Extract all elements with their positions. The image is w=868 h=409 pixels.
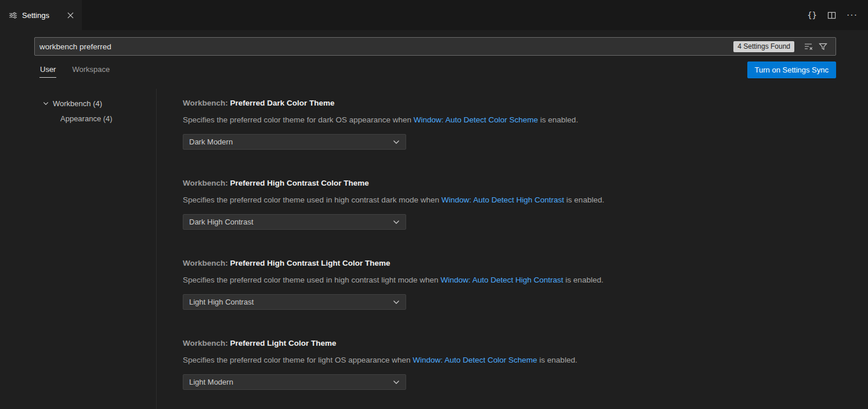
select-value: Light Modern <box>189 378 233 386</box>
settings-list: Workbench: Preferred Dark Color Theme Sp… <box>157 89 868 409</box>
preferred-high-contrast-light-color-theme-select[interactable]: Light High Contrast <box>183 294 406 310</box>
settings-search-input[interactable] <box>35 38 733 55</box>
preferred-high-contrast-color-theme-select[interactable]: Dark High Contrast <box>183 214 406 230</box>
setting-name: Preferred High Contrast Light Color Them… <box>230 259 390 267</box>
setting-name: Preferred High Contrast Color Theme <box>230 179 369 187</box>
setting-name: Preferred Light Color Theme <box>230 339 337 348</box>
setting-description-text: is enabled. <box>563 276 603 284</box>
setting-row: Workbench: Preferred High Contrast Color… <box>183 178 845 230</box>
settings-sliders-icon <box>9 11 17 20</box>
setting-description: Specifies the preferred color theme used… <box>183 195 845 205</box>
setting-row: Workbench: Preferred Dark Color Theme Sp… <box>183 98 845 150</box>
setting-category: Workbench: <box>183 339 230 348</box>
toc-item-label: Workbench (4) <box>53 99 102 108</box>
preferred-light-color-theme-select[interactable]: Light Modern <box>183 374 406 390</box>
setting-description-link[interactable]: Window: Auto Detect High Contrast <box>440 276 563 284</box>
setting-category: Workbench: <box>183 179 230 187</box>
setting-description-text: Specifies the preferred color theme for … <box>183 115 414 124</box>
setting-description-text: Specifies the preferred color theme for … <box>183 356 413 364</box>
filter-icon[interactable] <box>819 42 827 51</box>
editor-actions: {} ··· <box>807 0 868 30</box>
chevron-down-icon <box>393 380 400 385</box>
setting-description-text: is enabled. <box>538 115 578 124</box>
settings-editor: Settings {} ··· 4 Settings Found <box>0 0 868 409</box>
close-tab-icon[interactable] <box>64 9 76 21</box>
setting-category: Workbench: <box>183 99 230 107</box>
setting-title: Workbench: Preferred High Contrast Color… <box>183 178 845 189</box>
scope-tabs: User Workspace <box>34 63 110 78</box>
toc-item-workbench[interactable]: Workbench (4) <box>0 96 156 111</box>
setting-description-link[interactable]: Window: Auto Detect High Contrast <box>442 196 565 204</box>
setting-title: Workbench: Preferred Light Color Theme <box>183 338 845 349</box>
setting-description-text: Specifies the preferred color theme used… <box>183 276 440 284</box>
select-value: Dark High Contrast <box>189 218 254 226</box>
setting-description-text: is enabled. <box>537 356 577 364</box>
open-settings-json-icon[interactable]: {} <box>807 11 817 19</box>
chevron-down-icon <box>393 300 400 305</box>
turn-on-settings-sync-button[interactable]: Turn on Settings Sync <box>747 61 836 78</box>
setting-category: Workbench: <box>183 259 230 267</box>
setting-title: Workbench: Preferred High Contrast Light… <box>183 258 845 269</box>
toc-sidebar: Workbench (4) Appearance (4) <box>0 89 157 409</box>
select-value: Dark Modern <box>189 137 233 146</box>
setting-description: Specifies the preferred color theme for … <box>183 355 845 365</box>
settings-search-box: 4 Settings Found <box>34 37 836 56</box>
chevron-down-icon <box>393 220 400 225</box>
chevron-down-icon <box>43 102 49 106</box>
setting-description: Specifies the preferred color theme used… <box>183 275 845 285</box>
setting-name: Preferred Dark Color Theme <box>230 99 335 107</box>
setting-description-text: is enabled. <box>564 196 604 204</box>
setting-description-link[interactable]: Window: Auto Detect Color Scheme <box>413 356 537 364</box>
tab-settings[interactable]: Settings <box>0 0 82 30</box>
clear-search-icon[interactable] <box>804 42 813 51</box>
tab-workspace[interactable]: Workspace <box>71 63 110 78</box>
setting-description-text: Specifies the preferred color theme used… <box>183 196 442 204</box>
tab-user[interactable]: User <box>39 63 56 78</box>
setting-row: Workbench: Preferred High Contrast Light… <box>183 258 845 310</box>
toc-item-label: Appearance (4) <box>60 114 113 123</box>
results-count-badge: 4 Settings Found <box>733 41 794 52</box>
tab-label: Settings <box>22 11 49 20</box>
settings-content: Workbench (4) Appearance (4) Workbench: … <box>0 89 868 409</box>
setting-description-link[interactable]: Window: Auto Detect Color Scheme <box>414 115 538 124</box>
setting-row: Workbench: Preferred Light Color Theme S… <box>183 338 845 390</box>
editor-tab-bar: Settings {} ··· <box>0 0 868 30</box>
select-value: Light High Contrast <box>189 298 254 306</box>
split-editor-icon[interactable] <box>827 11 836 20</box>
toc-item-appearance[interactable]: Appearance (4) <box>0 111 156 126</box>
more-actions-icon[interactable]: ··· <box>847 10 858 20</box>
setting-title: Workbench: Preferred Dark Color Theme <box>183 98 845 108</box>
scope-row: User Workspace Turn on Settings Sync <box>34 61 836 78</box>
setting-description: Specifies the preferred color theme for … <box>183 115 845 125</box>
preferred-dark-color-theme-select[interactable]: Dark Modern <box>183 134 406 150</box>
chevron-down-icon <box>393 140 400 144</box>
